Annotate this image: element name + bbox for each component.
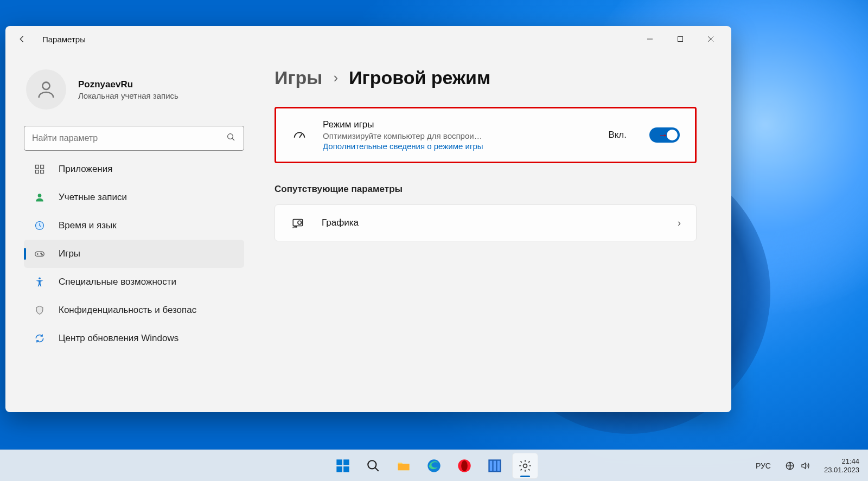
- svg-point-16: [41, 253, 42, 254]
- main-content: Игры › Игровой режим Режим игры Оптимизи…: [255, 52, 731, 412]
- breadcrumb-parent[interactable]: Игры: [275, 67, 322, 88]
- svg-rect-27: [343, 459, 349, 465]
- svg-point-4: [42, 82, 49, 89]
- svg-line-31: [375, 467, 379, 471]
- sidebar-item-label: Приложения: [59, 164, 112, 175]
- gamepad-icon: [33, 247, 47, 261]
- sidebar-item-time-language[interactable]: Время и язык: [24, 211, 244, 240]
- svg-point-21: [298, 221, 302, 225]
- sidebar-item-accessibility[interactable]: Специальные возможности: [24, 268, 244, 296]
- clock-icon: [33, 219, 47, 233]
- graphics-card[interactable]: Графика ›: [275, 204, 697, 241]
- svg-rect-32: [398, 464, 410, 470]
- search-button[interactable]: [360, 453, 386, 479]
- svg-line-6: [232, 138, 234, 140]
- system-tray: РУС 21:44 23.01.2023: [756, 457, 868, 474]
- breadcrumb: Игры › Игровой режим: [275, 67, 697, 88]
- nav-list: Приложения Учетные записи Время и язык И…: [24, 159, 244, 352]
- toggle-state-label: Вкл.: [608, 130, 627, 140]
- avatar: [26, 69, 66, 110]
- sidebar: PoznyaevRu Локальная учетная запись Прил…: [5, 52, 255, 412]
- tray-icons[interactable]: [780, 458, 815, 474]
- clock[interactable]: 21:44 23.01.2023: [824, 457, 859, 474]
- svg-rect-7: [36, 165, 39, 169]
- card-subtitle: Оптимизируйте компьютер для воспрои…: [323, 131, 529, 140]
- back-button[interactable]: [11, 28, 33, 50]
- svg-point-17: [42, 254, 43, 255]
- settings-button[interactable]: [512, 453, 538, 479]
- volume-icon: [800, 461, 810, 471]
- settings-window: Параметры PoznyaevRu Локальная учетная з…: [5, 26, 731, 412]
- svg-line-19: [299, 134, 302, 138]
- apps-icon: [33, 162, 47, 176]
- accessibility-icon: [33, 275, 47, 289]
- app-title: Параметры: [42, 35, 86, 44]
- sidebar-item-label: Центр обновления Windows: [59, 333, 178, 344]
- sidebar-item-label: Время и язык: [59, 220, 117, 231]
- time: 21:44: [824, 457, 859, 466]
- svg-point-11: [38, 194, 42, 197]
- svg-rect-9: [36, 170, 39, 174]
- svg-point-5: [228, 134, 233, 139]
- sidebar-item-update[interactable]: Центр обновления Windows: [24, 324, 244, 352]
- svg-rect-39: [497, 460, 500, 471]
- profile-name: PoznyaevRu: [78, 79, 178, 90]
- profile-subtitle: Локальная учетная запись: [78, 91, 178, 100]
- svg-rect-8: [41, 165, 44, 169]
- window-controls: [635, 28, 726, 50]
- related-heading: Сопутствующие параметры: [275, 184, 697, 195]
- language-indicator[interactable]: РУС: [756, 461, 771, 470]
- sidebar-item-label: Специальные возможности: [59, 277, 176, 287]
- taskbar: РУС 21:44 23.01.2023: [0, 450, 868, 481]
- edge-button[interactable]: [421, 453, 447, 479]
- window-titlebar: Параметры: [5, 26, 731, 52]
- svg-rect-29: [343, 466, 349, 472]
- game-mode-toggle[interactable]: →: [649, 127, 680, 143]
- svg-rect-26: [336, 459, 342, 465]
- svg-rect-38: [494, 460, 496, 471]
- svg-point-40: [524, 464, 527, 467]
- svg-point-30: [368, 460, 376, 469]
- svg-rect-1: [678, 37, 683, 42]
- svg-rect-13: [35, 252, 44, 256]
- user-icon: [33, 190, 47, 204]
- learn-more-link[interactable]: Дополнительные сведения о режиме игры: [323, 142, 518, 151]
- explorer-button[interactable]: [391, 453, 417, 479]
- close-button[interactable]: [695, 28, 726, 50]
- search-input[interactable]: [32, 133, 226, 143]
- taskbar-center: [330, 453, 538, 479]
- sidebar-item-label: Конфиденциальность и безопас: [59, 305, 196, 316]
- game-mode-card[interactable]: Режим игры Оптимизируйте компьютер для в…: [275, 107, 697, 163]
- svg-rect-28: [336, 466, 342, 472]
- minimize-button[interactable]: [635, 28, 665, 50]
- gauge-icon: [291, 127, 308, 143]
- app-button[interactable]: [482, 453, 508, 479]
- sidebar-item-apps[interactable]: Приложения: [24, 159, 244, 183]
- svg-point-35: [461, 460, 468, 471]
- sidebar-item-privacy[interactable]: Конфиденциальность и безопас: [24, 296, 244, 324]
- card-title: Режим игры: [323, 119, 593, 130]
- network-icon: [785, 461, 795, 471]
- search-box[interactable]: [24, 126, 244, 151]
- svg-rect-37: [490, 460, 493, 471]
- breadcrumb-current: Игровой режим: [349, 67, 490, 88]
- svg-rect-10: [41, 170, 44, 174]
- chevron-right-icon: ›: [678, 217, 681, 229]
- gpu-icon: [290, 216, 307, 230]
- profile-section[interactable]: PoznyaevRu Локальная учетная запись: [24, 65, 244, 126]
- chevron-right-icon: ›: [333, 69, 338, 86]
- card-title: Графика: [322, 217, 662, 228]
- sidebar-item-accounts[interactable]: Учетные записи: [24, 183, 244, 211]
- sidebar-item-label: Учетные записи: [59, 192, 127, 203]
- date: 23.01.2023: [824, 466, 859, 474]
- sidebar-item-gaming[interactable]: Игры: [24, 240, 244, 268]
- svg-point-18: [39, 278, 41, 280]
- search-icon: [226, 132, 236, 144]
- sidebar-item-label: Игры: [59, 248, 80, 259]
- shield-icon: [33, 303, 47, 317]
- update-icon: [33, 331, 47, 345]
- start-button[interactable]: [330, 453, 356, 479]
- opera-button[interactable]: [451, 453, 477, 479]
- maximize-button[interactable]: [665, 28, 695, 50]
